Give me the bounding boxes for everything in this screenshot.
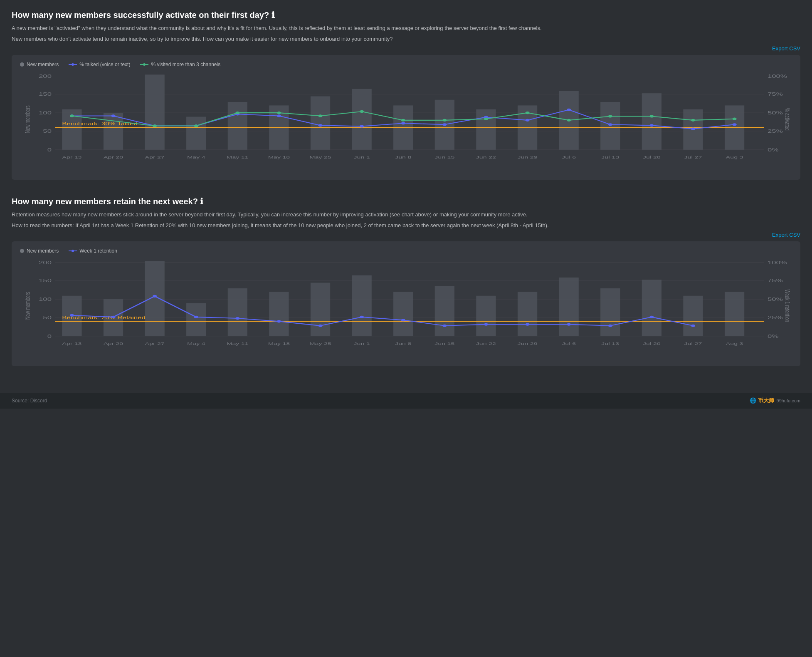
svg-rect-111: [145, 261, 164, 336]
svg-text:Jul 27: Jul 27: [684, 341, 702, 346]
section-activation: How many new members successfully activa…: [12, 10, 800, 180]
svg-text:May 25: May 25: [309, 155, 331, 159]
svg-point-139: [525, 323, 529, 326]
svg-point-133: [277, 320, 281, 322]
svg-point-72: [733, 118, 737, 120]
activation-legend: New members % talked (voice or text) % v…: [20, 62, 792, 67]
svg-point-57: [70, 114, 74, 117]
svg-text:Jun 1: Jun 1: [354, 341, 370, 346]
svg-text:25%: 25%: [768, 129, 783, 134]
svg-text:May 11: May 11: [227, 155, 249, 159]
svg-point-129: [111, 316, 115, 318]
svg-rect-125: [725, 292, 744, 336]
section2-desc1: Retention measures how many new members …: [12, 211, 800, 219]
svg-point-128: [70, 314, 74, 317]
svg-point-142: [649, 316, 654, 318]
svg-point-135: [360, 316, 364, 318]
footer-source: Source: Discord: [12, 398, 47, 404]
svg-point-52: [567, 109, 571, 111]
svg-text:Apr 20: Apr 20: [104, 341, 123, 346]
svg-rect-115: [311, 283, 330, 336]
section2-desc2: How to read the numbers: If April 1st ha…: [12, 221, 800, 230]
svg-text:Aug 3: Aug 3: [726, 341, 743, 346]
svg-point-137: [442, 325, 447, 327]
svg-text:150: 150: [39, 278, 52, 283]
legend-new-members-2: New members: [20, 248, 59, 254]
watermark-logo: 🌐 币大师: [750, 397, 774, 404]
svg-text:May 18: May 18: [268, 341, 290, 346]
svg-rect-117: [393, 292, 413, 336]
svg-text:Apr 27: Apr 27: [145, 341, 165, 346]
svg-point-56: [733, 123, 737, 126]
svg-point-69: [608, 115, 612, 117]
retention-chart-area: 0 50 100 150 200 0% 25% 50% 75% 100% New…: [20, 258, 792, 358]
svg-point-55: [691, 128, 695, 130]
legend-line-talked-icon: [69, 62, 77, 67]
svg-point-134: [318, 325, 322, 327]
retention-svg: 0 50 100 150 200 0% 25% 50% 75% 100% New…: [20, 258, 792, 358]
svg-point-141: [608, 325, 612, 327]
svg-rect-25: [228, 102, 247, 150]
svg-point-63: [360, 110, 364, 113]
svg-point-65: [442, 119, 447, 121]
svg-text:May 4: May 4: [187, 341, 205, 346]
svg-text:Benchmark: 20% Retained: Benchmark: 20% Retained: [62, 315, 146, 320]
activation-chart: New members % talked (voice or text) % v…: [12, 55, 800, 180]
svg-point-51: [525, 119, 529, 121]
svg-point-138: [484, 323, 488, 326]
svg-rect-22: [104, 113, 123, 150]
svg-text:Jun 22: Jun 22: [476, 341, 496, 346]
svg-rect-27: [311, 96, 330, 149]
svg-text:200: 200: [39, 260, 52, 265]
svg-text:New members: New members: [23, 105, 31, 133]
svg-text:Jun 15: Jun 15: [434, 341, 454, 346]
legend-line-retention-icon: [69, 249, 77, 253]
svg-text:150: 150: [39, 92, 52, 97]
svg-rect-24: [186, 117, 206, 150]
svg-point-70: [649, 115, 654, 117]
footer: Source: Discord 🌐 币大师 99hufu.com: [0, 393, 812, 409]
svg-text:Jul 20: Jul 20: [643, 341, 661, 346]
svg-text:75%: 75%: [768, 278, 783, 283]
svg-text:Jun 8: Jun 8: [395, 155, 411, 159]
svg-rect-113: [228, 288, 247, 336]
svg-text:May 25: May 25: [309, 341, 331, 346]
activation-svg: 0 50 100 150 200 0% 25% 50% 75% 100% New…: [20, 72, 792, 171]
svg-text:Jul 13: Jul 13: [601, 341, 619, 346]
svg-text:Jul 27: Jul 27: [684, 155, 702, 159]
svg-point-71: [691, 119, 695, 121]
svg-point-3: [143, 63, 146, 66]
svg-text:Apr 27: Apr 27: [145, 155, 165, 159]
svg-text:Jun 15: Jun 15: [434, 155, 454, 159]
svg-text:100: 100: [39, 110, 52, 116]
svg-text:0%: 0%: [768, 147, 779, 153]
svg-rect-116: [352, 275, 372, 336]
section1-desc2: New members who don't activate tend to r…: [12, 35, 800, 43]
svg-text:75%: 75%: [768, 92, 783, 97]
svg-rect-23: [145, 74, 164, 150]
svg-text:50%: 50%: [768, 297, 783, 302]
activation-chart-area: 0 50 100 150 200 0% 25% 50% 75% 100% New…: [20, 72, 792, 171]
svg-text:Apr 13: Apr 13: [62, 155, 81, 159]
svg-rect-124: [683, 296, 703, 336]
svg-rect-123: [642, 280, 661, 336]
svg-point-130: [153, 295, 157, 298]
svg-point-54: [649, 124, 654, 126]
svg-text:New members: New members: [23, 292, 31, 320]
svg-point-60: [235, 112, 239, 114]
svg-rect-28: [352, 89, 372, 150]
svg-point-46: [318, 124, 322, 126]
section1-desc1: A new member is "activated" when they un…: [12, 24, 800, 32]
svg-text:0: 0: [47, 147, 52, 153]
svg-text:Jun 29: Jun 29: [517, 341, 537, 346]
export-csv-button-2[interactable]: Export CSV: [772, 232, 800, 238]
svg-rect-114: [269, 292, 289, 336]
export-csv-button-1[interactable]: Export CSV: [772, 45, 800, 52]
svg-text:Jun 1: Jun 1: [354, 155, 370, 159]
legend-talked: % talked (voice or text): [69, 62, 130, 67]
svg-point-136: [401, 319, 405, 321]
svg-rect-122: [600, 288, 620, 336]
section2-title: How many new members retain the next wee…: [12, 196, 800, 206]
svg-text:Week 1 retention: Week 1 retention: [784, 289, 792, 322]
svg-text:0%: 0%: [768, 334, 779, 339]
